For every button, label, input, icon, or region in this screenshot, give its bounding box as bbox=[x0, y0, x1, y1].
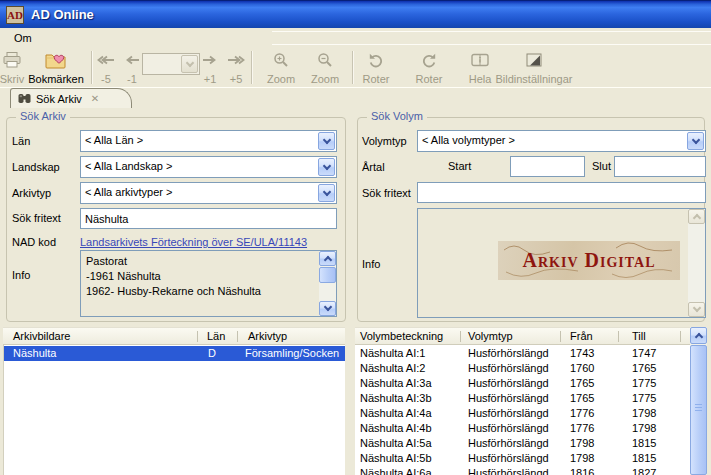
landskap-label: Landskap bbox=[12, 161, 60, 173]
volume-table-row[interactable]: Näshulta AI:4bHusförhörslängd17761798 bbox=[355, 421, 690, 436]
chevron-down-icon bbox=[692, 304, 700, 312]
volume-cell: Husförhörslängd bbox=[468, 361, 549, 376]
forward-5-button[interactable]: +5 bbox=[223, 50, 249, 85]
volume-cell: Näshulta AI:5b bbox=[360, 451, 432, 466]
thumb-grip bbox=[695, 404, 702, 412]
arrow-left-icon bbox=[124, 51, 140, 69]
volume-cell: Husförhörslängd bbox=[468, 421, 549, 436]
combobox-dropdown-button[interactable] bbox=[181, 55, 198, 73]
combobox-dropdown-button[interactable] bbox=[318, 184, 335, 202]
nad-kod-link[interactable]: Landsarkivets Förteckning över SE/ULA/11… bbox=[80, 236, 307, 248]
volymtyp-combobox[interactable]: < Alla volymtyper > bbox=[417, 130, 706, 152]
info-scrollbar[interactable] bbox=[319, 251, 336, 316]
column-separator bbox=[618, 331, 619, 342]
chevron-up-icon bbox=[694, 333, 702, 341]
image-settings-button[interactable]: Bildinställningar bbox=[486, 50, 582, 85]
volume-cell: 1775 bbox=[632, 376, 656, 391]
volume-cell: Näshulta AI:3a bbox=[360, 376, 432, 391]
tab-sok-arkiv[interactable]: Sök Arkiv ✕ bbox=[10, 88, 132, 108]
forward-1-button[interactable]: +1 bbox=[197, 50, 223, 85]
print-button[interactable]: Skriv bbox=[0, 50, 32, 85]
info-line: 1962- Husby-Rekarne och Näshulta bbox=[86, 284, 261, 299]
arkivtyp-label: Arkivtyp bbox=[12, 187, 51, 199]
scrollbar-thumb[interactable] bbox=[690, 345, 707, 475]
scroll-up-button[interactable] bbox=[688, 209, 705, 224]
binoculars-icon bbox=[18, 93, 31, 104]
volume-cell: Husförhörslängd bbox=[468, 466, 549, 475]
scroll-up-button[interactable] bbox=[319, 251, 336, 266]
group-title: Sök Volym bbox=[367, 110, 427, 122]
column-header[interactable]: Till bbox=[632, 330, 646, 342]
volume-table-scrollbar[interactable] bbox=[690, 327, 707, 475]
menubar-highlight-line bbox=[272, 44, 711, 45]
scrollbar-thumb[interactable] bbox=[319, 267, 336, 283]
volume-cell: 1743 bbox=[570, 346, 594, 361]
arrow-right-icon bbox=[202, 51, 218, 69]
arkivtyp-combobox[interactable]: < Alla arkivtyper > bbox=[80, 182, 337, 204]
lan-combobox[interactable]: < Alla Län > bbox=[80, 130, 337, 152]
volume-fritext-input[interactable] bbox=[417, 182, 706, 203]
info-line: -1961 Näshulta bbox=[86, 269, 261, 284]
combobox-dropdown-button[interactable] bbox=[687, 132, 704, 150]
archive-info-textarea[interactable]: Pastorat -1961 Näshulta 1962- Husby-Reka… bbox=[80, 250, 337, 317]
title-bar: AD AD Online bbox=[0, 0, 711, 28]
volume-table-row[interactable]: Näshulta AI:5aHusförhörslängd17981815 bbox=[355, 436, 690, 451]
year-slut-input[interactable] bbox=[614, 156, 706, 177]
menu-bar: Om bbox=[0, 28, 711, 47]
volume-cell: Husförhörslängd bbox=[468, 451, 549, 466]
rotate-right-button[interactable]: Roter bbox=[408, 50, 450, 85]
scroll-down-button[interactable] bbox=[319, 301, 336, 316]
toolbar: Skriv Bokmärken -5 -1 bbox=[0, 47, 711, 88]
menu-item-om[interactable]: Om bbox=[10, 31, 36, 45]
column-separator bbox=[197, 331, 198, 342]
combobox-dropdown-button[interactable] bbox=[318, 132, 335, 150]
volume-info-area[interactable]: Arkiv Digital bbox=[417, 208, 706, 318]
volume-table-row[interactable]: Näshulta AI:4aHusförhörslängd17761798 bbox=[355, 406, 690, 421]
back-5-button[interactable]: -5 bbox=[93, 50, 119, 85]
fritext-label: Sök fritext bbox=[12, 212, 61, 224]
volume-table-row[interactable]: Näshulta AI:1Husförhörslängd17431747 bbox=[355, 346, 690, 361]
column-header[interactable]: Från bbox=[570, 330, 593, 342]
volume-cell: Husförhörslängd bbox=[468, 436, 549, 451]
lan-label: Län bbox=[12, 135, 30, 147]
scroll-up-button[interactable] bbox=[690, 327, 707, 344]
column-header[interactable]: Volymtyp bbox=[468, 330, 513, 342]
chevron-down-icon bbox=[322, 135, 330, 143]
column-header[interactable]: Arkivtyp bbox=[248, 330, 287, 342]
volume-cell: 1765 bbox=[570, 391, 594, 406]
volume-cell: Näshulta AI:4a bbox=[360, 406, 432, 421]
tab-close-icon[interactable]: ✕ bbox=[91, 93, 99, 104]
volume-table-row[interactable]: Näshulta AI:2Husförhörslängd17601765 bbox=[355, 361, 690, 376]
page-select-combobox[interactable] bbox=[142, 53, 200, 75]
volume-table-row[interactable]: Näshulta AI:6aHusförhörslängd18161827 bbox=[355, 466, 690, 475]
group-title: Sök Arkiv bbox=[16, 110, 70, 122]
volymtyp-label: Volymtyp bbox=[362, 135, 407, 147]
volume-cell: 1765 bbox=[570, 376, 594, 391]
archive-table-row-selected[interactable]: Näshulta D Församling/Socken bbox=[4, 346, 345, 361]
bookmark-folder-heart-icon bbox=[45, 51, 67, 69]
volume-table-header: Volymbeteckning Volymtyp Från Till bbox=[355, 327, 690, 345]
rotate-left-button[interactable]: Roter bbox=[356, 50, 396, 85]
volume-table-row[interactable]: Näshulta AI:3bHusförhörslängd17651775 bbox=[355, 391, 690, 406]
volume-cell: 1827 bbox=[632, 466, 656, 475]
zoom-in-button[interactable]: Zoom bbox=[259, 50, 303, 85]
arkiv-digital-logo: Arkiv Digital bbox=[498, 241, 680, 280]
bookmarks-button[interactable]: Bokmärken bbox=[30, 50, 82, 85]
year-start-input[interactable] bbox=[510, 156, 585, 177]
lan-value: < Alla Län > bbox=[85, 134, 143, 146]
tab-label: Sök Arkiv bbox=[36, 93, 82, 105]
landskap-combobox[interactable]: < Alla Landskap > bbox=[80, 156, 337, 178]
zoom-out-button[interactable]: Zoom bbox=[303, 50, 347, 85]
column-header[interactable]: Volymbeteckning bbox=[360, 330, 443, 342]
volume-table-row[interactable]: Näshulta AI:3aHusförhörslängd17651775 bbox=[355, 376, 690, 391]
scroll-down-button[interactable] bbox=[688, 302, 705, 317]
combobox-dropdown-button[interactable] bbox=[318, 158, 335, 176]
volume-table-row[interactable]: Näshulta AI:5bHusförhörslängd17981815 bbox=[355, 451, 690, 466]
archive-fritext-input[interactable] bbox=[80, 208, 337, 229]
volume-cell: Näshulta AI:4b bbox=[360, 421, 432, 436]
column-header[interactable]: Arkivbildare bbox=[13, 330, 70, 342]
app-icon: AD bbox=[6, 6, 24, 24]
volume-cell: 1776 bbox=[570, 406, 594, 421]
volume-info-scrollbar[interactable] bbox=[688, 209, 705, 317]
column-header[interactable]: Län bbox=[207, 330, 225, 342]
